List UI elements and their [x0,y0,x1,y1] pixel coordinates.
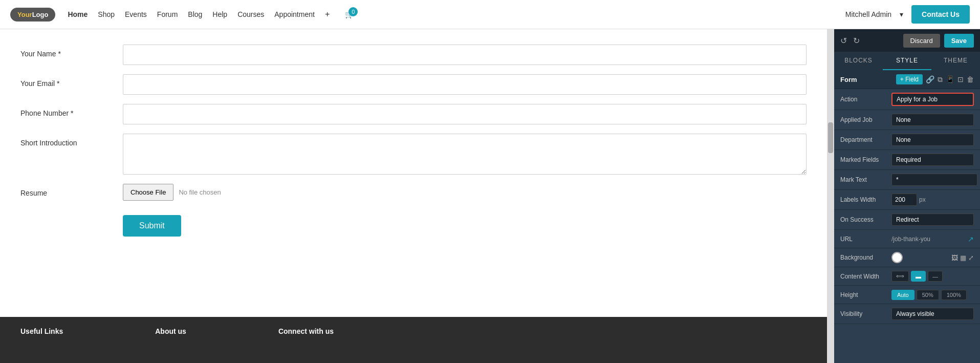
panel-row-action: Action Apply for a Job Contact Subscribe [834,89,980,110]
input-mark-text[interactable] [891,174,977,186]
width-box-btn[interactable]: ▬ [911,271,926,282]
nav-shop[interactable]: Shop [98,10,115,18]
height-100-btn[interactable]: 100% [941,290,967,300]
panel-topbar-right: Discard Save [903,34,974,48]
trash-icon[interactable]: 🗑 [967,75,974,83]
panel-row-background: Background 🖼 ▦ ⤢ [834,248,980,267]
label-marked-fields: Marked Fields [840,156,891,163]
footer-col-3-title: Connect with us [278,327,334,335]
panel-form-actions: + Field 🔗 ⧉ 📱 ⊡ 🗑 [896,74,974,84]
copy-icon[interactable]: ⧉ [938,75,943,84]
footer-col-2-title: About us [155,327,186,335]
top-nav: YourLogo Home Shop Events Forum Blog Hel… [0,0,980,29]
redo-icon[interactable]: ↻ [853,36,860,46]
form-section: Your Name * Your Email * Phone Number * … [0,29,827,317]
bg-color-swatch[interactable] [891,252,903,263]
admin-name[interactable]: Mitchell Admin [845,10,891,18]
discard-button[interactable]: Discard [903,34,940,48]
url-text: /job-thank-you [891,236,966,243]
height-auto-btn[interactable]: Auto [891,290,914,300]
form-row-phone: Phone Number * [20,104,807,124]
submit-button[interactable]: Submit [123,215,181,237]
input-phone[interactable] [123,104,807,124]
panel-row-mark-text: Mark Text [834,170,980,190]
save-button[interactable]: Save [944,34,974,48]
value-labels-width: px [891,194,974,206]
cart-icon[interactable]: 🛒 0 [345,10,354,18]
value-applied-job: None [891,114,974,126]
input-labels-width[interactable] [891,194,917,206]
form-row-email: Your Email * [20,74,807,95]
select-action[interactable]: Apply for a Job Contact Subscribe [891,93,974,106]
bg-image-icon[interactable]: 🖼 [951,254,958,262]
req-star-name: * [58,50,60,58]
select-applied-job[interactable]: None [891,114,974,126]
nav-right: Mitchell Admin ▾ Contact Us [845,5,970,24]
url-external-icon[interactable]: ↗ [968,235,974,243]
select-on-success[interactable]: Redirect Message [891,213,974,226]
logo-your: Your [17,11,32,18]
mobile-icon[interactable]: 📱 [946,75,954,83]
duplicate-icon[interactable]: ⊡ [957,75,964,83]
height-buttons: Auto 50% 100% [891,290,967,300]
add-field-button[interactable]: + Field [896,74,923,84]
label-department: Department [840,136,891,143]
choose-file-button[interactable]: Choose File [123,184,173,201]
nav-forum[interactable]: Forum [157,10,178,18]
input-email[interactable] [123,74,807,95]
input-intro[interactable] [123,134,807,175]
nav-home[interactable]: Home [68,10,88,18]
footer-about-us: About us [155,327,186,337]
req-star-email: * [57,79,59,88]
width-narrow-btn[interactable]: — [928,271,943,282]
value-marked-fields: Required Optional [891,154,974,166]
panel-row-department: Department None [834,130,980,150]
admin-dropdown-icon[interactable]: ▾ [900,10,903,18]
contact-button[interactable]: Contact Us [911,5,970,24]
label-mark-text: Mark Text [840,176,891,183]
nav-help[interactable]: Help [212,10,227,18]
panel-tabs: BLOCKS STYLE THEME [834,52,980,70]
value-url: /job-thank-you ↗ [891,235,974,243]
form-row-resume: Resume Choose File No file chosen [20,184,807,201]
no-file-text: No file chosen [179,188,221,196]
unit-px: px [919,196,926,203]
width-full-btn[interactable]: ⟺ [891,271,909,282]
nav-appointment[interactable]: Appointment [274,10,315,18]
label-url: URL [840,236,891,243]
bg-layout-icon[interactable]: ▦ [960,254,966,262]
panel-row-content-width: Content Width ⟺ ▬ — [834,267,980,286]
height-50-btn[interactable]: 50% [917,290,939,300]
value-action: Apply for a Job Contact Subscribe [891,93,974,106]
label-name: Your Name * [20,45,123,58]
scrollbar-thumb[interactable] [828,122,833,153]
select-department[interactable]: None [891,134,974,146]
tab-style[interactable]: STYLE [883,52,931,70]
panel-rows: Action Apply for a Job Contact Subscribe… [834,89,980,363]
tab-theme[interactable]: THEME [931,52,980,70]
select-visibility[interactable]: Always visible Hidden [891,308,974,320]
undo-icon[interactable]: ↺ [840,36,847,46]
label-content-width: Content Width [840,273,891,280]
scrollbar-track[interactable] [827,29,834,363]
label-applied-job: Applied Job [840,116,891,123]
form-row-intro: Short Introduction [20,134,807,175]
canvas-area: Your Name * Your Email * Phone Number * … [0,29,827,363]
panel-row-height: Height Auto 50% 100% [834,286,980,304]
footer-useful-links: Useful Links [20,327,63,337]
value-mark-text [891,174,977,186]
select-marked-fields[interactable]: Required Optional [891,154,974,166]
footer-col-1-title: Useful Links [20,327,63,335]
nav-courses[interactable]: Courses [237,10,264,18]
bg-expand-icon[interactable]: ⤢ [968,254,974,262]
input-name[interactable] [123,45,807,65]
nav-events[interactable]: Events [125,10,147,18]
nav-blog[interactable]: Blog [188,10,202,18]
file-row: Choose File No file chosen [123,184,221,201]
link-icon[interactable]: 🔗 [926,75,934,83]
tab-blocks[interactable]: BLOCKS [834,52,883,70]
panel-row-on-success: On Success Redirect Message [834,210,980,230]
panel-row-marked-fields: Marked Fields Required Optional [834,150,980,170]
nav-add-icon[interactable]: + [325,10,330,19]
label-resume: Resume [20,184,123,197]
